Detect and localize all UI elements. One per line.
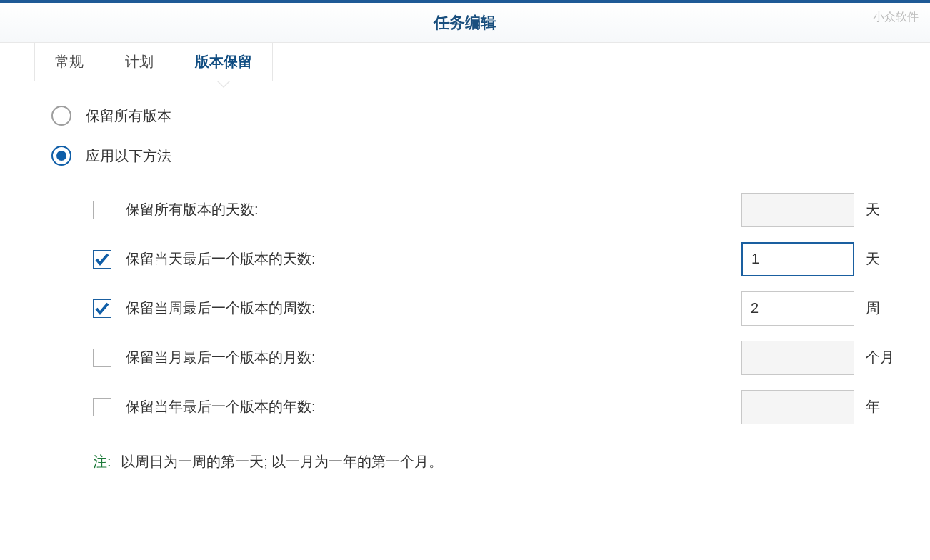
watermark-text: 小众软件 [873, 10, 919, 25]
option-row-day-last: 保留当天最后一个版本的天数: 天 [93, 249, 894, 269]
checkbox-all-days[interactable] [93, 201, 111, 219]
check-icon [94, 300, 111, 317]
input-wrap-year-last: 年 [741, 390, 894, 424]
tabs-bar: 常规 计划 版本保留 [0, 43, 930, 81]
input-wrap-day-last: 天 [741, 242, 894, 276]
tab-general[interactable]: 常规 [34, 43, 104, 81]
note-label: 注: [93, 454, 111, 469]
label-month-last: 保留当月最后一个版本的月数: [126, 348, 316, 367]
unit-day-last: 天 [866, 249, 894, 269]
unit-month-last: 个月 [866, 348, 894, 367]
label-year-last: 保留当年最后一个版本的年数: [126, 397, 316, 416]
note-text: 以周日为一周的第一天; 以一月为一年的第一个月。 [121, 454, 443, 469]
page-title: 任务编辑 [434, 12, 496, 34]
checkbox-year-last[interactable] [93, 398, 111, 416]
radio-keep-all[interactable] [51, 106, 71, 126]
option-row-month-last: 保留当月最后一个版本的月数: 个月 [93, 348, 894, 367]
input-wrap-all-days: 天 [741, 193, 894, 227]
tab-schedule[interactable]: 计划 [104, 43, 174, 81]
input-wrap-week-last: 周 [741, 291, 894, 326]
input-day-last[interactable] [741, 242, 854, 276]
unit-week-last: 周 [866, 299, 894, 318]
option-row-all-days: 保留所有版本的天数: 天 [93, 200, 894, 219]
note-line: 注: 以周日为一周的第一天; 以一月为一年的第一个月。 [51, 452, 894, 471]
checkbox-month-last[interactable] [93, 349, 111, 367]
option-row-year-last: 保留当年最后一个版本的年数: 年 [93, 397, 894, 416]
input-week-last[interactable] [741, 291, 854, 326]
tab-version-retention[interactable]: 版本保留 [174, 43, 273, 81]
label-day-last: 保留当天最后一个版本的天数: [126, 249, 316, 269]
input-wrap-month-last: 个月 [741, 341, 894, 375]
input-month-last[interactable] [741, 341, 854, 375]
check-icon [94, 251, 111, 268]
radio-apply-method[interactable] [51, 146, 71, 166]
input-all-days[interactable] [741, 193, 854, 227]
checkbox-week-last[interactable] [93, 299, 111, 318]
radio-row-keep-all: 保留所有版本 [51, 106, 894, 126]
radio-apply-method-label: 应用以下方法 [86, 146, 171, 166]
unit-all-days: 天 [866, 200, 894, 219]
header: 任务编辑 小众软件 [0, 3, 930, 43]
checkbox-day-last[interactable] [93, 250, 111, 269]
label-all-days: 保留所有版本的天数: [126, 200, 259, 219]
radio-row-apply-method: 应用以下方法 [51, 146, 894, 166]
input-year-last[interactable] [741, 390, 854, 424]
content-area: 保留所有版本 应用以下方法 保留所有版本的天数: 天 保留当天最后一个版本的天数… [0, 81, 930, 471]
option-row-week-last: 保留当周最后一个版本的周数: 周 [93, 299, 894, 318]
radio-keep-all-label: 保留所有版本 [86, 106, 171, 126]
options-group: 保留所有版本的天数: 天 保留当天最后一个版本的天数: 天 保留当周最后一个版本… [51, 186, 894, 416]
unit-year-last: 年 [866, 397, 894, 416]
label-week-last: 保留当周最后一个版本的周数: [126, 299, 316, 318]
